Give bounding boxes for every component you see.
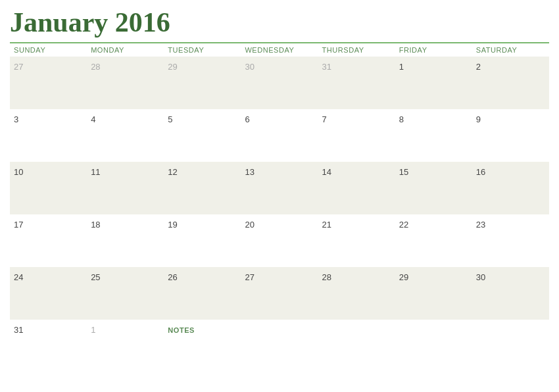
day-cell: 31: [10, 320, 87, 372]
day-number: 31: [14, 325, 23, 335]
day-number: 4: [91, 114, 95, 124]
day-number: 13: [245, 167, 254, 177]
day-cell: 7: [318, 109, 395, 162]
day-number: 29: [168, 62, 177, 72]
day-cell: 6: [241, 109, 318, 162]
day-cell: 25: [87, 267, 164, 320]
day-number: 28: [91, 62, 100, 72]
day-number: 29: [399, 272, 408, 282]
day-cell: 21: [318, 214, 395, 267]
day-number: 30: [245, 62, 254, 72]
day-cell: 30: [241, 57, 318, 109]
day-number: 5: [168, 114, 172, 124]
week-row-4: 17181920212223: [10, 214, 549, 267]
day-cell: 2: [472, 57, 549, 109]
week-row-last: 311NOTES: [10, 320, 549, 372]
day-cell: 22: [395, 214, 472, 267]
day-number: 15: [399, 167, 408, 177]
days-of-week-row: SUNDAYMONDAYTUESDAYWEDNESDAYTHURSDAYFRID…: [10, 43, 549, 57]
day-number: 12: [168, 167, 177, 177]
day-number: 27: [14, 62, 23, 72]
day-cell: 5: [164, 109, 241, 162]
day-number: 27: [245, 272, 254, 282]
day-cell: 15: [395, 162, 472, 214]
day-cell: 13: [241, 162, 318, 214]
day-number: 22: [399, 220, 408, 230]
day-cell: 12: [164, 162, 241, 214]
day-cell: 26: [164, 267, 241, 320]
day-number: 14: [322, 167, 331, 177]
day-number: 10: [14, 167, 23, 177]
day-number: 26: [168, 272, 177, 282]
day-number: 16: [476, 167, 485, 177]
day-number: 9: [476, 114, 481, 124]
day-number: 1: [399, 62, 404, 72]
day-of-week-tuesday: TUESDAY: [164, 43, 241, 57]
day-number: 7: [322, 114, 327, 124]
day-cell: 27: [10, 57, 87, 109]
day-cell: 9: [472, 109, 549, 162]
day-of-week-friday: FRIDAY: [395, 43, 472, 57]
day-number: 8: [399, 114, 404, 124]
day-cell: 10: [10, 162, 87, 214]
day-cell: 31: [318, 57, 395, 109]
day-number: 23: [476, 220, 485, 230]
day-number: 21: [322, 220, 331, 230]
day-cell: 1: [395, 57, 472, 109]
day-number: 3: [14, 114, 18, 124]
day-number: 2: [476, 62, 481, 72]
day-number: 18: [91, 220, 100, 230]
calendar-table: SUNDAYMONDAYTUESDAYWEDNESDAYTHURSDAYFRID…: [10, 42, 549, 372]
day-number: 25: [91, 272, 100, 282]
day-cell: 3: [10, 109, 87, 162]
day-cell: 16: [472, 162, 549, 214]
day-number: 19: [168, 220, 177, 230]
day-cell: 28: [318, 267, 395, 320]
day-number: 30: [476, 272, 485, 282]
day-cell: 28: [87, 57, 164, 109]
day-number: 1: [91, 325, 95, 335]
day-cell: 23: [472, 214, 549, 267]
day-cell: 24: [10, 267, 87, 320]
day-cell: 14: [318, 162, 395, 214]
day-of-week-monday: MONDAY: [87, 43, 164, 57]
day-cell: 1: [87, 320, 164, 372]
week-row-5: 24252627282930: [10, 267, 549, 320]
day-number: 31: [322, 62, 331, 72]
day-cell: 4: [87, 109, 164, 162]
day-cell: 30: [472, 267, 549, 320]
day-cell: 29: [395, 267, 472, 320]
day-cell: 8: [395, 109, 472, 162]
day-number: 20: [245, 220, 254, 230]
week-row-2: 3456789: [10, 109, 549, 162]
week-row-3: 10111213141516: [10, 162, 549, 214]
day-number: 11: [91, 167, 100, 177]
month-title: January 2016: [10, 7, 549, 38]
day-of-week-sunday: SUNDAY: [10, 43, 87, 57]
day-of-week-saturday: SATURDAY: [472, 43, 549, 57]
day-of-week-thursday: THURSDAY: [318, 43, 395, 57]
day-cell: 29: [164, 57, 241, 109]
day-number: 6: [245, 114, 249, 124]
day-number: 17: [14, 220, 23, 230]
day-cell: 20: [241, 214, 318, 267]
day-cell: 17: [10, 214, 87, 267]
week-row-1: 272829303112: [10, 57, 549, 109]
day-cell: 27: [241, 267, 318, 320]
day-number: 28: [322, 272, 331, 282]
day-number: 24: [14, 272, 23, 282]
day-cell: NOTES: [164, 320, 549, 372]
day-cell: 19: [164, 214, 241, 267]
day-of-week-wednesday: WEDNESDAY: [241, 43, 318, 57]
notes-label: NOTES: [168, 322, 195, 334]
day-cell: 11: [87, 162, 164, 214]
day-cell: 18: [87, 214, 164, 267]
